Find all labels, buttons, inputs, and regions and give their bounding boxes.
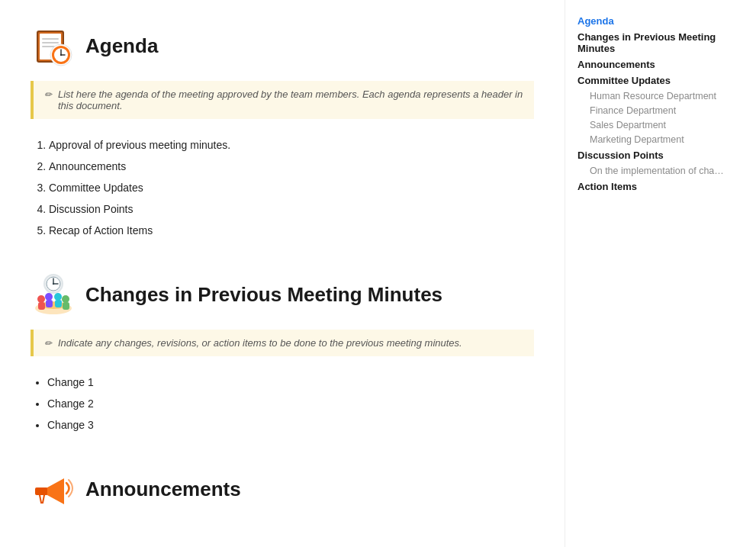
svg-rect-3 bbox=[42, 38, 59, 40]
sidebar-item-discussion[interactable]: Discussion Points bbox=[577, 150, 728, 161]
changes-section: Changes in Previous Meeting Minutes ✏ In… bbox=[31, 272, 534, 436]
sidebar-item-changes[interactable]: Changes in Previous Meeting Minutes bbox=[577, 31, 728, 54]
megaphone-icon bbox=[31, 466, 76, 512]
sidebar: Agenda Changes in Previous Meeting Minut… bbox=[565, 0, 740, 547]
list-item: Announcements bbox=[49, 156, 534, 177]
sidebar-item-action[interactable]: Action Items bbox=[577, 181, 728, 192]
svg-rect-29 bbox=[35, 487, 47, 495]
svg-point-20 bbox=[62, 295, 69, 303]
pencil-icon-2: ✏ bbox=[44, 338, 52, 349]
list-item: Change 1 bbox=[47, 372, 534, 393]
svg-point-14 bbox=[37, 295, 45, 303]
agenda-title: Agenda bbox=[85, 34, 158, 58]
sidebar-item-finance[interactable]: Finance Department bbox=[577, 105, 728, 116]
sidebar-item-announcements[interactable]: Announcements bbox=[577, 59, 728, 70]
list-item: Change 3 bbox=[47, 414, 534, 436]
list-item: Approval of previous meeting minutes. bbox=[49, 134, 534, 156]
calendar-clock-icon bbox=[31, 23, 76, 69]
changes-callout-text: Indicate any changes, revisions, or acti… bbox=[58, 337, 462, 349]
svg-rect-19 bbox=[55, 300, 62, 307]
svg-line-31 bbox=[43, 495, 44, 503]
sidebar-item-sales[interactable]: Sales Department bbox=[577, 120, 728, 130]
changes-title: Changes in Previous Meeting Minutes bbox=[85, 283, 442, 307]
list-item: Change 2 bbox=[47, 393, 534, 414]
svg-point-18 bbox=[54, 293, 62, 301]
sidebar-item-discussion-sub[interactable]: On the implementation of changes in... bbox=[577, 166, 728, 176]
agenda-list: Approval of previous meeting minutes. An… bbox=[49, 134, 534, 241]
sidebar-item-marketing[interactable]: Marketing Department bbox=[577, 134, 728, 145]
svg-rect-21 bbox=[63, 302, 69, 310]
announcements-section: Announcements bbox=[31, 466, 534, 512]
agenda-header: Agenda bbox=[31, 23, 534, 69]
svg-rect-17 bbox=[46, 300, 53, 307]
list-item: Committee Updates bbox=[49, 177, 534, 198]
svg-point-27 bbox=[53, 283, 54, 285]
svg-point-16 bbox=[45, 293, 53, 301]
changes-header: Changes in Previous Meeting Minutes bbox=[31, 272, 534, 317]
announcements-title: Announcements bbox=[85, 478, 241, 501]
svg-point-11 bbox=[60, 54, 62, 56]
clock-people-icon bbox=[31, 272, 76, 317]
changes-callout: ✏ Indicate any changes, revisions, or ac… bbox=[31, 330, 534, 356]
agenda-callout-text: List here the agenda of the meeting appr… bbox=[58, 88, 523, 111]
svg-line-30 bbox=[40, 495, 41, 503]
sidebar-item-committee[interactable]: Committee Updates bbox=[577, 75, 728, 86]
sidebar-item-agenda[interactable]: Agenda bbox=[577, 15, 728, 27]
pencil-icon: ✏ bbox=[44, 89, 52, 100]
main-content: Agenda ✏ List here the agenda of the mee… bbox=[0, 0, 565, 547]
svg-rect-15 bbox=[38, 302, 45, 310]
list-item: Discussion Points bbox=[49, 198, 534, 220]
changes-list: Change 1 Change 2 Change 3 bbox=[47, 372, 534, 436]
svg-rect-4 bbox=[42, 42, 59, 43]
sidebar-item-hr[interactable]: Human Resource Department bbox=[577, 91, 728, 101]
agenda-callout: ✏ List here the agenda of the meeting ap… bbox=[31, 81, 534, 119]
list-item: Recap of Action Items bbox=[49, 220, 534, 241]
agenda-section: Agenda ✏ List here the agenda of the mee… bbox=[31, 23, 534, 241]
announcements-header: Announcements bbox=[31, 466, 534, 512]
